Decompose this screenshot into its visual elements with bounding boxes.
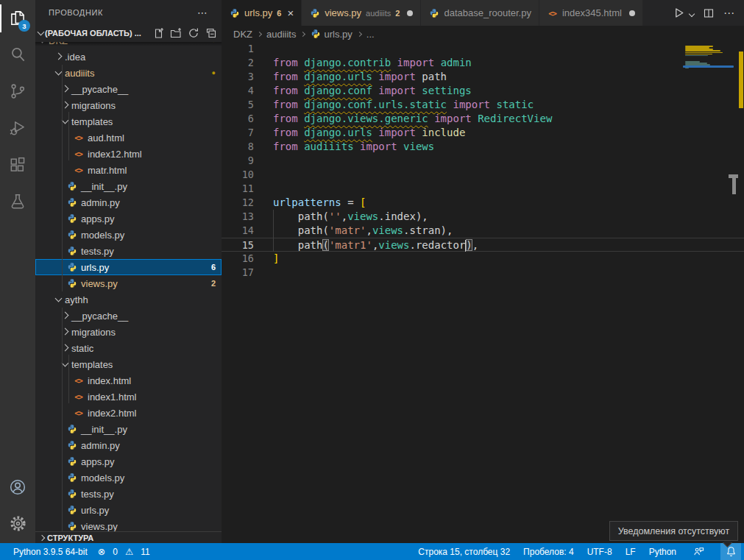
cursor-position[interactable]: Строка 15, столбец 32 (418, 547, 510, 557)
breadcrumb-item-[interactable]: ... (366, 29, 375, 40)
tree-item-admin-py[interactable]: admin.py (35, 437, 222, 453)
code-line-7: 7from django.urls import include (222, 126, 744, 140)
activity-item-run-debug[interactable] (0, 110, 35, 147)
collapse-all-icon[interactable] (205, 27, 217, 39)
tree-item-static[interactable]: static (35, 340, 222, 356)
tree-item-index-html[interactable]: <>index.html (35, 372, 222, 389)
breadcrumb-item-urls-py[interactable]: urls.py (310, 29, 352, 40)
tab-problems-badge: 6 (277, 9, 281, 18)
activity-item-explorer[interactable]: 3 (0, 0, 35, 37)
tab-problems-badge: 2 (395, 9, 400, 18)
outline-section-header[interactable]: СТРУКТУРА (35, 531, 222, 543)
activity-item-search[interactable] (0, 37, 35, 74)
split-editor-icon[interactable] (703, 7, 715, 19)
tree-item-index2-html[interactable]: <>index2.html (35, 405, 222, 421)
python-interpreter[interactable]: Python 3.9.5 64-bit (13, 547, 88, 557)
tree-item-models-py[interactable]: models.py (35, 469, 222, 486)
tree-item-views-py[interactable]: views.py2 (35, 275, 222, 291)
tree-item-tests-py[interactable]: tests.py (35, 486, 222, 502)
chevron-right-icon (62, 311, 69, 319)
problems-status[interactable]: ⊗0 ⚠11 (98, 546, 150, 557)
overview-warning-marks (739, 52, 743, 108)
tree-item-migrations[interactable]: migrations (35, 324, 222, 340)
tree-item-dkz[interactable]: DKZ● (35, 42, 222, 49)
unsaved-dot-icon[interactable] (407, 10, 413, 16)
minimap-line (685, 55, 708, 57)
eol-sequence[interactable]: LF (626, 547, 636, 557)
chevron-down-icon (55, 68, 63, 75)
chevron-down-icon (55, 294, 63, 302)
tree-item-pycache[interactable]: __pycache__ (35, 81, 222, 97)
tree-item-index12-html[interactable]: <>index12.html (35, 146, 222, 162)
new-file-icon[interactable] (152, 27, 164, 39)
python-file-icon (66, 521, 77, 532)
tree-item-views-py[interactable]: views.py (35, 518, 222, 531)
sidebar-more-icon[interactable]: ⋯ (197, 7, 208, 18)
unsaved-dot-icon[interactable] (629, 10, 635, 16)
code-line-13: 13 path('',views.index), (222, 210, 744, 224)
source-control-icon (8, 82, 27, 103)
tree-item-aythh[interactable]: aythh (35, 291, 222, 308)
python-file-icon (66, 213, 77, 224)
python-file-icon (66, 489, 77, 500)
run-dropdown-icon[interactable] (689, 10, 695, 16)
refresh-icon[interactable] (188, 27, 199, 39)
activity-item-settings[interactable] (0, 506, 35, 543)
tab-urls-py[interactable]: urls.py6× (222, 0, 302, 26)
tree-item-idea[interactable]: .idea (35, 49, 222, 65)
line-content: from django.urls import include (273, 126, 465, 140)
line-number: 8 (222, 140, 254, 154)
tree-item-audiiits[interactable]: audiiits● (35, 65, 222, 81)
modified-dot-icon: ● (212, 69, 216, 77)
close-icon[interactable]: × (287, 7, 294, 19)
tree-item-templates[interactable]: templates (35, 356, 222, 372)
gear-icon (9, 514, 27, 535)
tree-item-urls-py[interactable]: urls.py (35, 502, 222, 518)
status-right: Строка 15, столбец 32 Пробелов: 4 UTF-8 … (418, 543, 744, 560)
activity-item-testing[interactable] (0, 184, 35, 221)
code-editor[interactable]: 12from django.contrib import admin3from … (222, 42, 744, 543)
tab-index345-html[interactable]: <>index345.html (539, 0, 643, 26)
tab-label: urls.py (244, 7, 272, 18)
breadcrumb-item-dkz[interactable]: DKZ (233, 29, 252, 40)
minimap[interactable] (683, 42, 736, 263)
new-folder-icon[interactable] (170, 27, 182, 39)
line-content: from django.conf.urls.static import stat… (273, 98, 534, 112)
feedback-icon[interactable] (690, 543, 707, 560)
encoding[interactable]: UTF-8 (587, 547, 612, 557)
more-actions-icon[interactable]: ⋯ (723, 7, 735, 20)
problems-badge: 2 (211, 279, 216, 288)
tree-item-urls-py[interactable]: urls.py6 (35, 259, 222, 275)
tree-item-aud-html[interactable]: <>aud.html (35, 130, 222, 146)
language-mode[interactable]: Python (649, 547, 676, 557)
error-count: 0 (113, 547, 118, 557)
tab-database-roouter-py[interactable]: database_roouter.py (421, 0, 539, 26)
code-line-9: 9 (222, 154, 744, 168)
tree-item-index1-html[interactable]: <>index1.html (35, 389, 222, 405)
activity-item-source-control[interactable] (0, 74, 35, 110)
activity-item-extensions[interactable] (0, 147, 35, 184)
tree-item-apps-py[interactable]: apps.py (35, 210, 222, 227)
activity-item-account[interactable] (0, 469, 35, 506)
tree-item-pycache[interactable]: __pycache__ (35, 308, 222, 324)
workspace-section-header[interactable]: (РАБОЧАЯ ОБЛАСТЬ) ... (35, 24, 222, 42)
code-line-11: 11 (222, 182, 744, 196)
tree-item-templates[interactable]: templates (35, 113, 222, 130)
line-number: 5 (222, 98, 254, 112)
tree-item-models-py[interactable]: models.py (35, 227, 222, 243)
tree-item-admin-py[interactable]: admin.py (35, 194, 222, 210)
indentation[interactable]: Пробелов: 4 (523, 547, 574, 557)
tree-item-tests-py[interactable]: tests.py (35, 243, 222, 259)
notifications-bell-icon[interactable] (720, 543, 741, 560)
tree-item-apps-py[interactable]: apps.py (35, 453, 222, 469)
line-content: from django.views.generic import Redirec… (273, 112, 552, 126)
tab-views-py[interactable]: views.pyaudiiits2 (302, 0, 421, 26)
breadcrumb-item-audiiits[interactable]: audiiits (266, 29, 296, 40)
line-number: 3 (222, 70, 254, 84)
run-button[interactable] (673, 7, 685, 19)
tree-item-init-py[interactable]: __init__.py (35, 178, 222, 194)
html-file-icon: <> (73, 391, 84, 403)
tree-item-migrations[interactable]: migrations (35, 97, 222, 113)
tree-item-init-py[interactable]: __init__.py (35, 421, 222, 437)
tree-item-matr-html[interactable]: <>matr.html (35, 162, 222, 178)
